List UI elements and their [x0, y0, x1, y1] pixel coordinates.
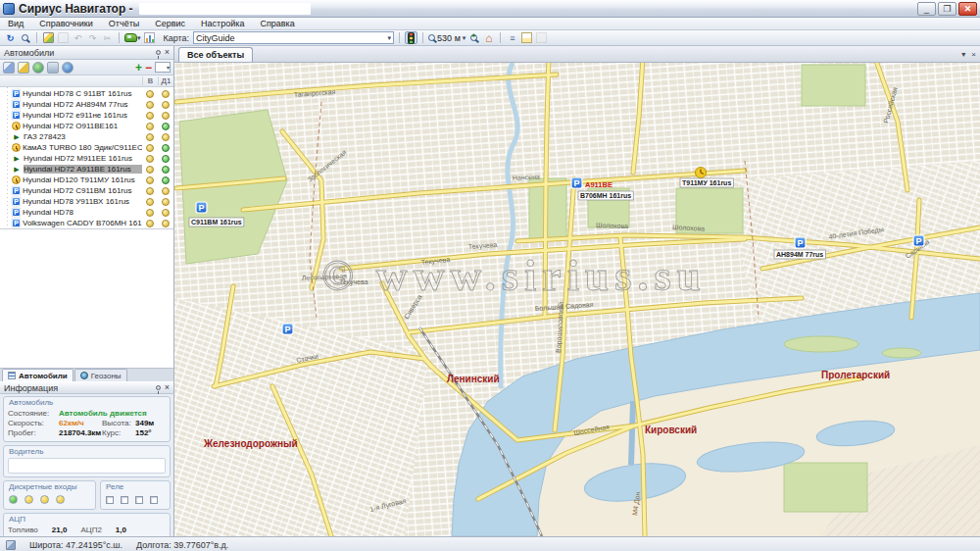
idle-marker[interactable] — [696, 168, 707, 178]
tab-vehicles[interactable]: Автомобили — [2, 369, 74, 381]
relay-checkbox[interactable] — [121, 496, 128, 504]
edit-object-button[interactable] — [42, 31, 55, 44]
vehicle-name: Hyundai HD78 С 911ВТ 161rus — [23, 89, 142, 98]
menu-service[interactable]: Сервис — [155, 19, 185, 28]
remove-vehicle-button[interactable]: − — [145, 62, 152, 74]
vehicle-row[interactable]: P Hyundai HD78 У911ВХ 161rus — [0, 196, 173, 207]
vehicle-row[interactable]: ▶ ГАЗ 278423 — [0, 131, 173, 142]
relay-group: Реле — [100, 480, 171, 510]
parked-marker[interactable]: P — [795, 237, 806, 248]
vehicle-name: Hyundai HD72 АН894М 77rus — [23, 100, 142, 109]
chart-button[interactable] — [143, 31, 156, 44]
zoom-in-button[interactable] — [467, 31, 480, 44]
vehicle-row[interactable]: P Hyundai HD72 е911не 161rus — [0, 110, 173, 121]
vehicle-plate-label[interactable]: С911ВМ 161rus — [189, 218, 244, 226]
menu-settings[interactable]: Настройка — [201, 19, 244, 28]
grouping-button[interactable] — [3, 62, 15, 74]
parked-marker[interactable]: P — [282, 324, 293, 334]
relay-checkbox[interactable] — [150, 496, 158, 504]
camera-button[interactable] — [47, 62, 59, 74]
status-b — [146, 166, 154, 174]
vehicle-state-icon: ▶ — [12, 154, 22, 164]
chevron-down-icon: ▾ — [137, 34, 141, 42]
notes-button[interactable] — [520, 31, 533, 44]
svg-text:P: P — [574, 178, 580, 188]
relay-checkbox[interactable] — [135, 496, 143, 504]
minimize-button[interactable]: _ — [917, 2, 936, 16]
discrete-inputs-group: Дискретные входы — [3, 480, 96, 510]
home-button[interactable]: ⌂ — [482, 31, 495, 44]
vehicle-plate-label[interactable]: В706МН 161rus — [578, 191, 633, 200]
pin-icon[interactable] — [156, 385, 161, 390]
status-b — [146, 155, 154, 163]
tab-geozones[interactable]: Геозоны — [74, 369, 127, 381]
table-icon — [58, 32, 69, 43]
table-button — [57, 31, 70, 44]
relay-checkbox[interactable] — [106, 496, 114, 504]
legend-button[interactable]: ≡ — [506, 31, 518, 44]
close-icon[interactable]: × — [165, 48, 170, 57]
add-vehicle-button[interactable]: + — [135, 62, 142, 74]
app-icon — [3, 3, 15, 15]
status-d1 — [162, 220, 170, 227]
undo-button: ↶ — [72, 31, 84, 44]
traffic-light-icon — [408, 32, 415, 44]
parked-marker[interactable]: P — [571, 177, 582, 188]
restore-button[interactable]: ❐ — [938, 2, 956, 16]
show-on-map-button[interactable] — [32, 62, 44, 74]
vehicle-plate-label[interactable]: АН894М 77rus — [774, 250, 825, 259]
chevron-down-icon: ▾ — [463, 34, 466, 42]
vehicle-plate-label[interactable]: Т911МУ 161rus — [680, 178, 733, 187]
vehicle-row[interactable]: P Hyundai HD72 С911ВМ 161rus — [0, 185, 173, 196]
state-label: Состояние: — [8, 409, 59, 418]
map-area[interactable]: Все объекты ▾ × — [174, 46, 980, 536]
vehicle-row[interactable]: ▶ Hyundai HD72 А911ВЕ 161rus — [0, 164, 173, 175]
pin-icon[interactable] — [156, 50, 161, 55]
vehicle-row[interactable]: P Volkswagen CADDY В706МН 161rus — [0, 218, 173, 228]
group-caption: Реле — [106, 482, 166, 491]
map-select[interactable]: CityGuide ▾ — [193, 31, 394, 44]
vehicle-row[interactable]: Hyundai HD120 Т911МУ 161rus — [0, 175, 173, 185]
vehicle-row[interactable]: КамАЗ TURBO 180 Эдик/С911ЕС 61rus — [0, 142, 173, 153]
menu-directories[interactable]: Справочники — [39, 19, 93, 28]
city-map[interactable]: ТаганрогскаяЗоологическаяНансенаТекучева… — [174, 63, 980, 536]
close-button[interactable]: ✕ — [958, 2, 977, 16]
title-redacted-area — [139, 3, 311, 15]
group-caption: Водитель — [9, 447, 166, 456]
close-icon[interactable]: × — [971, 50, 976, 59]
traffic-button[interactable] — [405, 31, 417, 44]
refresh-button[interactable]: ↻ — [4, 31, 17, 44]
status-b — [146, 90, 154, 98]
globe-button[interactable] — [62, 62, 74, 74]
menu-help[interactable]: Справка — [260, 19, 294, 28]
vehicle-row[interactable]: P Hyundai HD78 С 911ВТ 161rus — [0, 88, 173, 99]
vehicle-row[interactable]: Hyundai HD72 О911ВЕ161 — [0, 121, 173, 131]
selected-vehicle-label[interactable]: А911ВЕ — [585, 180, 612, 189]
vehicle-row[interactable]: P Hyundai HD78 — [0, 207, 173, 218]
close-icon[interactable]: × — [165, 383, 170, 392]
follow-button[interactable] — [18, 62, 29, 74]
search-button[interactable] — [19, 31, 31, 44]
vehicle-row[interactable]: P Hyundai HD72 АН894М 77rus — [0, 99, 173, 110]
view-mode-select[interactable]: ▾ — [155, 62, 171, 73]
status-d1 — [162, 133, 170, 141]
menu-reports[interactable]: Отчёты — [109, 19, 139, 28]
vehicle-state-icon: P — [12, 219, 21, 227]
vehicle-name: Hyundai HD120 Т911МУ 161rus — [23, 175, 142, 184]
menu-view[interactable]: Вид — [8, 19, 24, 28]
status-b — [146, 144, 154, 152]
input-led — [40, 495, 49, 504]
group-caption: АЦП — [9, 515, 166, 524]
vehicle-row[interactable]: ▶ Hyundai HD72 М911ЕЕ 161rus — [0, 153, 173, 164]
svg-text:С911ВМ 161rus: С911ВМ 161rus — [191, 219, 242, 225]
parked-marker[interactable]: P — [196, 202, 207, 213]
parked-marker[interactable]: P — [913, 235, 924, 246]
vehicle-menu-button[interactable]: ▾ — [124, 31, 141, 44]
edit-grid-icon — [43, 32, 54, 43]
tab-geozones-label: Геозоны — [91, 372, 122, 380]
zoom-level-select[interactable]: 530 м ▾ — [428, 31, 466, 44]
map-tab-all-objects[interactable]: Все объекты — [178, 47, 253, 62]
chevron-down-icon: ▾ — [388, 34, 392, 42]
status-d1 — [162, 209, 170, 217]
chevron-down-icon[interactable]: ▾ — [961, 50, 965, 59]
